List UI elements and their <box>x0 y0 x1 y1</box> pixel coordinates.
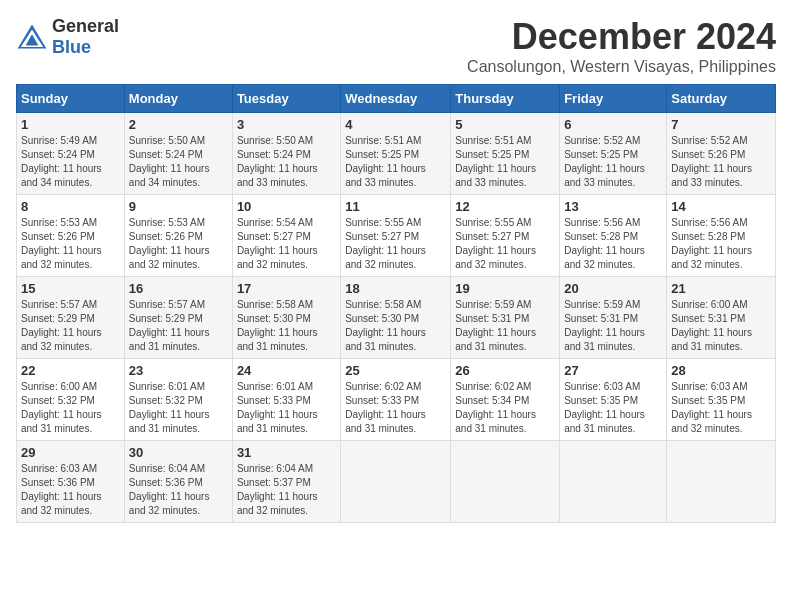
table-cell: 7Sunrise: 5:52 AM Sunset: 5:26 PM Daylig… <box>667 113 776 195</box>
table-cell: 9Sunrise: 5:53 AM Sunset: 5:26 PM Daylig… <box>124 195 232 277</box>
day-info: Sunrise: 6:02 AM Sunset: 5:34 PM Dayligh… <box>455 380 555 436</box>
day-info: Sunrise: 5:52 AM Sunset: 5:25 PM Dayligh… <box>564 134 662 190</box>
table-cell: 29Sunrise: 6:03 AM Sunset: 5:36 PM Dayli… <box>17 441 125 523</box>
day-number: 21 <box>671 281 771 296</box>
day-info: Sunrise: 6:00 AM Sunset: 5:32 PM Dayligh… <box>21 380 120 436</box>
table-cell: 13Sunrise: 5:56 AM Sunset: 5:28 PM Dayli… <box>560 195 667 277</box>
day-info: Sunrise: 5:51 AM Sunset: 5:25 PM Dayligh… <box>345 134 446 190</box>
day-number: 12 <box>455 199 555 214</box>
table-cell: 8Sunrise: 5:53 AM Sunset: 5:26 PM Daylig… <box>17 195 125 277</box>
day-number: 13 <box>564 199 662 214</box>
table-cell: 20Sunrise: 5:59 AM Sunset: 5:31 PM Dayli… <box>560 277 667 359</box>
header-tuesday: Tuesday <box>232 85 340 113</box>
day-info: Sunrise: 5:58 AM Sunset: 5:30 PM Dayligh… <box>237 298 336 354</box>
main-title: December 2024 <box>467 16 776 58</box>
table-cell: 22Sunrise: 6:00 AM Sunset: 5:32 PM Dayli… <box>17 359 125 441</box>
table-cell <box>341 441 451 523</box>
logo-icon <box>16 23 48 51</box>
table-cell: 1Sunrise: 5:49 AM Sunset: 5:24 PM Daylig… <box>17 113 125 195</box>
table-cell: 27Sunrise: 6:03 AM Sunset: 5:35 PM Dayli… <box>560 359 667 441</box>
day-number: 26 <box>455 363 555 378</box>
day-number: 29 <box>21 445 120 460</box>
day-info: Sunrise: 6:03 AM Sunset: 5:35 PM Dayligh… <box>671 380 771 436</box>
day-info: Sunrise: 5:56 AM Sunset: 5:28 PM Dayligh… <box>671 216 771 272</box>
day-info: Sunrise: 6:01 AM Sunset: 5:32 PM Dayligh… <box>129 380 228 436</box>
day-number: 22 <box>21 363 120 378</box>
page-header: General Blue December 2024 Cansolungon, … <box>16 16 776 76</box>
day-info: Sunrise: 5:54 AM Sunset: 5:27 PM Dayligh… <box>237 216 336 272</box>
table-cell: 14Sunrise: 5:56 AM Sunset: 5:28 PM Dayli… <box>667 195 776 277</box>
day-info: Sunrise: 6:00 AM Sunset: 5:31 PM Dayligh… <box>671 298 771 354</box>
table-cell: 11Sunrise: 5:55 AM Sunset: 5:27 PM Dayli… <box>341 195 451 277</box>
day-info: Sunrise: 5:52 AM Sunset: 5:26 PM Dayligh… <box>671 134 771 190</box>
day-number: 31 <box>237 445 336 460</box>
day-info: Sunrise: 6:03 AM Sunset: 5:36 PM Dayligh… <box>21 462 120 518</box>
day-info: Sunrise: 5:57 AM Sunset: 5:29 PM Dayligh… <box>21 298 120 354</box>
table-cell: 2Sunrise: 5:50 AM Sunset: 5:24 PM Daylig… <box>124 113 232 195</box>
calendar-week-5: 29Sunrise: 6:03 AM Sunset: 5:36 PM Dayli… <box>17 441 776 523</box>
table-cell: 28Sunrise: 6:03 AM Sunset: 5:35 PM Dayli… <box>667 359 776 441</box>
header-friday: Friday <box>560 85 667 113</box>
day-number: 2 <box>129 117 228 132</box>
day-number: 30 <box>129 445 228 460</box>
day-number: 16 <box>129 281 228 296</box>
day-info: Sunrise: 5:59 AM Sunset: 5:31 PM Dayligh… <box>455 298 555 354</box>
table-cell: 3Sunrise: 5:50 AM Sunset: 5:24 PM Daylig… <box>232 113 340 195</box>
day-info: Sunrise: 5:55 AM Sunset: 5:27 PM Dayligh… <box>345 216 446 272</box>
calendar-week-3: 15Sunrise: 5:57 AM Sunset: 5:29 PM Dayli… <box>17 277 776 359</box>
table-cell: 12Sunrise: 5:55 AM Sunset: 5:27 PM Dayli… <box>451 195 560 277</box>
day-number: 20 <box>564 281 662 296</box>
day-info: Sunrise: 5:51 AM Sunset: 5:25 PM Dayligh… <box>455 134 555 190</box>
day-number: 5 <box>455 117 555 132</box>
day-info: Sunrise: 5:56 AM Sunset: 5:28 PM Dayligh… <box>564 216 662 272</box>
title-section: December 2024 Cansolungon, Western Visay… <box>467 16 776 76</box>
header-saturday: Saturday <box>667 85 776 113</box>
day-info: Sunrise: 5:57 AM Sunset: 5:29 PM Dayligh… <box>129 298 228 354</box>
table-cell: 4Sunrise: 5:51 AM Sunset: 5:25 PM Daylig… <box>341 113 451 195</box>
table-cell: 21Sunrise: 6:00 AM Sunset: 5:31 PM Dayli… <box>667 277 776 359</box>
table-cell: 24Sunrise: 6:01 AM Sunset: 5:33 PM Dayli… <box>232 359 340 441</box>
day-number: 11 <box>345 199 446 214</box>
day-info: Sunrise: 5:49 AM Sunset: 5:24 PM Dayligh… <box>21 134 120 190</box>
table-cell <box>667 441 776 523</box>
day-number: 14 <box>671 199 771 214</box>
table-cell: 16Sunrise: 5:57 AM Sunset: 5:29 PM Dayli… <box>124 277 232 359</box>
day-number: 17 <box>237 281 336 296</box>
day-number: 9 <box>129 199 228 214</box>
day-number: 18 <box>345 281 446 296</box>
day-info: Sunrise: 5:53 AM Sunset: 5:26 PM Dayligh… <box>21 216 120 272</box>
table-cell: 17Sunrise: 5:58 AM Sunset: 5:30 PM Dayli… <box>232 277 340 359</box>
day-number: 25 <box>345 363 446 378</box>
day-info: Sunrise: 5:59 AM Sunset: 5:31 PM Dayligh… <box>564 298 662 354</box>
table-cell: 31Sunrise: 6:04 AM Sunset: 5:37 PM Dayli… <box>232 441 340 523</box>
day-number: 27 <box>564 363 662 378</box>
table-cell: 30Sunrise: 6:04 AM Sunset: 5:36 PM Dayli… <box>124 441 232 523</box>
day-number: 6 <box>564 117 662 132</box>
day-number: 24 <box>237 363 336 378</box>
header-wednesday: Wednesday <box>341 85 451 113</box>
day-info: Sunrise: 5:50 AM Sunset: 5:24 PM Dayligh… <box>129 134 228 190</box>
calendar-table: Sunday Monday Tuesday Wednesday Thursday… <box>16 84 776 523</box>
day-info: Sunrise: 5:55 AM Sunset: 5:27 PM Dayligh… <box>455 216 555 272</box>
day-info: Sunrise: 6:04 AM Sunset: 5:36 PM Dayligh… <box>129 462 228 518</box>
table-cell: 18Sunrise: 5:58 AM Sunset: 5:30 PM Dayli… <box>341 277 451 359</box>
table-cell: 15Sunrise: 5:57 AM Sunset: 5:29 PM Dayli… <box>17 277 125 359</box>
calendar-week-2: 8Sunrise: 5:53 AM Sunset: 5:26 PM Daylig… <box>17 195 776 277</box>
calendar-week-1: 1Sunrise: 5:49 AM Sunset: 5:24 PM Daylig… <box>17 113 776 195</box>
table-cell: 19Sunrise: 5:59 AM Sunset: 5:31 PM Dayli… <box>451 277 560 359</box>
header-sunday: Sunday <box>17 85 125 113</box>
logo-general: General <box>52 16 119 36</box>
day-number: 4 <box>345 117 446 132</box>
day-info: Sunrise: 5:50 AM Sunset: 5:24 PM Dayligh… <box>237 134 336 190</box>
day-info: Sunrise: 5:58 AM Sunset: 5:30 PM Dayligh… <box>345 298 446 354</box>
table-cell: 5Sunrise: 5:51 AM Sunset: 5:25 PM Daylig… <box>451 113 560 195</box>
table-cell: 6Sunrise: 5:52 AM Sunset: 5:25 PM Daylig… <box>560 113 667 195</box>
day-number: 3 <box>237 117 336 132</box>
subtitle: Cansolungon, Western Visayas, Philippine… <box>467 58 776 76</box>
table-cell <box>451 441 560 523</box>
header-thursday: Thursday <box>451 85 560 113</box>
day-number: 19 <box>455 281 555 296</box>
calendar-header-row: Sunday Monday Tuesday Wednesday Thursday… <box>17 85 776 113</box>
table-cell: 25Sunrise: 6:02 AM Sunset: 5:33 PM Dayli… <box>341 359 451 441</box>
day-number: 7 <box>671 117 771 132</box>
